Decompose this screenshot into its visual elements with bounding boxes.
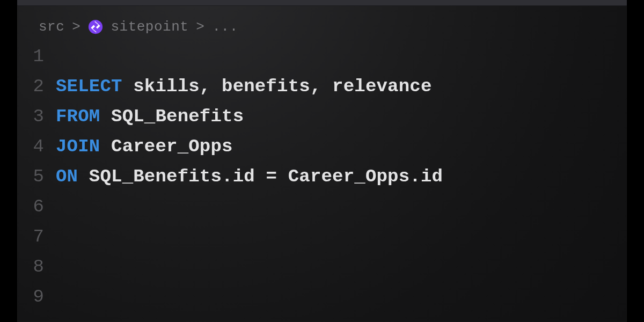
breadcrumb[interactable]: src > sitepoint > ... xyxy=(17,6,627,39)
code-line[interactable]: 3 FROM SQL_Benefits xyxy=(17,101,627,131)
line-number: 8 xyxy=(17,252,56,282)
line-number: 2 xyxy=(17,71,56,101)
line-number: 1 xyxy=(17,41,56,71)
code-line[interactable]: 1 xyxy=(17,41,627,71)
breadcrumb-root[interactable]: src xyxy=(39,19,64,35)
sql-identifiers: SQL_Benefits.id = Career_Opps.id xyxy=(78,166,443,187)
code-line[interactable]: 6 xyxy=(17,192,627,222)
code-editor[interactable]: 1 2 SELECT skills, benefits, relevance 3… xyxy=(17,39,627,312)
breadcrumb-separator: > xyxy=(196,19,204,35)
line-number: 9 xyxy=(17,282,56,312)
code-content[interactable]: SELECT skills, benefits, relevance xyxy=(56,71,432,101)
sql-identifiers: SQL_Benefits xyxy=(100,106,244,127)
breadcrumb-item[interactable]: sitepoint xyxy=(111,19,188,35)
line-number: 5 xyxy=(17,162,56,192)
sitepoint-logo-icon xyxy=(88,19,103,34)
code-content[interactable]: ON SQL_Benefits.id = Career_Opps.id xyxy=(56,162,443,192)
sql-identifiers: Career_Opps xyxy=(100,136,232,157)
sql-keyword: SELECT xyxy=(56,76,122,97)
sql-keyword: JOIN xyxy=(56,136,100,157)
code-content[interactable]: FROM SQL_Benefits xyxy=(56,101,244,131)
code-line[interactable]: 8 xyxy=(17,252,627,282)
editor-window: src > sitepoint > ... 1 2 SELECT skills,… xyxy=(17,0,627,322)
code-line[interactable]: 9 xyxy=(17,282,627,312)
breadcrumb-tail: ... xyxy=(212,19,238,35)
line-number: 3 xyxy=(17,101,56,131)
window-top-bar xyxy=(17,0,627,6)
code-content[interactable]: JOIN Career_Opps xyxy=(56,131,233,162)
code-line[interactable]: 4 JOIN Career_Opps xyxy=(17,131,627,162)
line-number: 6 xyxy=(17,192,56,222)
breadcrumb-separator: > xyxy=(72,19,80,35)
code-line[interactable]: 7 xyxy=(17,222,627,252)
line-number: 4 xyxy=(17,131,56,162)
sql-keyword: ON xyxy=(56,166,78,187)
line-number: 7 xyxy=(17,222,56,252)
code-line[interactable]: 2 SELECT skills, benefits, relevance xyxy=(17,71,627,101)
code-line[interactable]: 5 ON SQL_Benefits.id = Career_Opps.id xyxy=(17,162,627,192)
sql-identifiers: skills, benefits, relevance xyxy=(122,76,432,97)
sql-keyword: FROM xyxy=(56,106,100,127)
